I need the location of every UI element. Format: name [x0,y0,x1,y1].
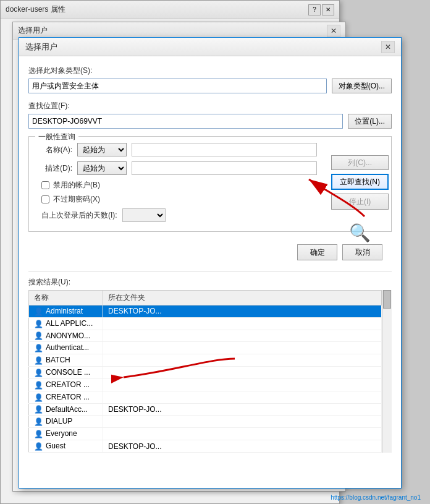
object-type-btn[interactable]: 对象类型(O)... [332,79,392,93]
desc-query-label: 描述(D): [38,163,72,174]
result-folder-cell [103,416,382,428]
result-name-cell: 👤BATCH [29,354,103,367]
magnify-icon: 🔍 [349,223,371,242]
result-folder-cell [103,391,382,403]
bg-window-titlebar: docker-users 属性 ? ✕ [1,1,339,19]
desc-query-select[interactable]: 起始为 [77,161,127,175]
scrollbar-track[interactable] [382,290,392,453]
object-type-label: 选择此对象类型(S): [28,66,392,76]
no-expire-checkbox[interactable] [41,195,49,203]
bg-close-btn[interactable]: ✕ [322,4,334,15]
result-folder-cell [103,367,382,379]
result-folder-cell: DESKTOP-JO... [103,440,382,453]
confirm-row: 确定 取消 [28,239,392,265]
object-type-input[interactable] [28,79,327,93]
desc-query-input[interactable] [132,161,317,175]
location-label: 查找位置(F): [28,101,392,111]
table-row[interactable]: 👤DefaultAcc...DESKTOP-JO... [29,403,382,416]
bg-window-controls: ? ✕ [308,4,334,15]
result-folder-cell [103,317,382,330]
result-name-cell: 👤DefaultAcc... [29,403,103,416]
stop-btn[interactable]: 停止(I) [331,194,389,210]
bg-window-title: docker-users 属性 [6,4,308,15]
col-folder-header: 所在文件夹 [103,291,382,305]
main-dialog-title: 选择用户 [25,41,381,53]
result-folder-cell [103,330,382,342]
main-dialog: 选择用户 ✕ 选择此对象类型(S): 对象类型(O)... 查找位置(F): 位… [19,37,402,489]
object-type-group: 选择此对象类型(S): 对象类型(O)... [28,66,392,93]
result-name-cell: 👤CREATOR ... [29,391,103,403]
list-col-btn[interactable]: 列(C)... [331,155,389,170]
desc-query-row: 描述(D): 起始为 [38,161,317,175]
confirm-btn[interactable]: 确定 [297,244,337,260]
table-row[interactable]: 👤AdministratDESKTOP-JO... [29,305,382,318]
location-btn[interactable]: 位置(L)... [348,114,392,129]
results-table-wrapper: 名称 所在文件夹 👤AdministratDESKTOP-JO...👤ALL A… [28,290,392,453]
result-name-cell: 👤Administrat [29,305,103,318]
result-name-cell: 👤Everyone [29,428,103,440]
right-buttons: 列(C)... 立即查找(N) 停止(I) 🔍 [331,155,389,243]
location-group: 查找位置(F): 位置(L)... [28,101,392,129]
section-legend: 一般性查询 [35,132,78,142]
result-name-cell: 👤CONSOLE ... [29,367,103,379]
table-row[interactable]: 👤ANONYMO... [29,330,382,342]
result-folder-cell: DESKTOP-JO... [103,305,382,318]
watermark: https://blog.csdn.net/fagrant_no1 [331,494,421,501]
result-folder-cell [103,354,382,367]
result-name-cell: 👤Guest [29,440,103,453]
results-table: 名称 所在文件夹 👤AdministratDESKTOP-JO...👤ALL A… [28,290,382,453]
days-row: 自上次登录后的天数(I): [38,208,317,222]
table-row[interactable]: 👤Authenticat... [29,342,382,354]
results-tbody: 👤AdministratDESKTOP-JO...👤ALL APPLIC...👤… [29,305,382,453]
name-query-input[interactable] [132,143,317,156]
no-expire-label: 不过期密码(X) [53,194,100,205]
main-dialog-body: 选择此对象类型(S): 对象类型(O)... 查找位置(F): 位置(L)...… [19,56,401,271]
cancel-btn[interactable]: 取消 [342,244,382,260]
name-query-row: 名称(A): 起始为 [38,143,317,156]
result-name-cell: 👤CREATOR ... [29,378,103,391]
table-row[interactable]: 👤Everyone [29,428,382,440]
table-row[interactable]: 👤CONSOLE ... [29,367,382,379]
table-row[interactable]: 👤GuestDESKTOP-JO... [29,440,382,453]
table-row[interactable]: 👤CREATOR ... [29,391,382,403]
result-name-cell: 👤Authenticat... [29,342,103,354]
location-row: 位置(L)... [28,114,392,129]
main-dialog-titlebar: 选择用户 ✕ [19,38,401,56]
result-folder-cell [103,378,382,391]
result-folder-cell [103,342,382,354]
name-query-label: 名称(A): [38,145,72,155]
results-label: 搜索结果(U): [28,277,392,288]
days-select[interactable] [122,208,166,222]
result-folder-cell [103,428,382,440]
name-query-select[interactable]: 起始为 [77,143,127,156]
disabled-account-label: 禁用的帐户(B) [53,180,100,190]
search-now-btn[interactable]: 立即查找(N) [331,174,389,190]
result-folder-cell: DESKTOP-JO... [103,403,382,416]
table-row[interactable]: 👤BATCH [29,354,382,367]
results-thead: 名称 所在文件夹 [29,291,382,305]
result-name-cell: 👤ALL APPLIC... [29,317,103,330]
search-icon-area: 🔍 [331,223,389,243]
results-section: 搜索结果(U): 名称 所在文件夹 👤AdministratDESKTOP-JO… [28,271,392,453]
object-type-row: 对象类型(O)... [28,79,392,93]
no-expire-row: 不过期密码(X) [38,194,317,205]
main-dialog-close-btn[interactable]: ✕ [381,41,395,53]
scrollbar-thumb[interactable] [383,290,391,309]
disabled-account-row: 禁用的帐户(B) [38,180,317,190]
table-row[interactable]: 👤CREATOR ... [29,378,382,391]
disabled-account-checkbox[interactable] [41,181,49,189]
bg-question-btn[interactable]: ? [308,4,321,15]
result-name-cell: 👤DIALUP [29,416,103,428]
table-row[interactable]: 👤DIALUP [29,416,382,428]
table-row[interactable]: 👤ALL APPLIC... [29,317,382,330]
mid-dialog-title: 选择用户 [18,25,327,36]
col-name-header: 名称 [29,291,103,305]
result-name-cell: 👤ANONYMO... [29,330,103,342]
mid-dialog-close-btn[interactable]: ✕ [327,25,340,37]
location-input[interactable] [28,114,343,129]
days-label: 自上次登录后的天数(I): [41,210,117,221]
